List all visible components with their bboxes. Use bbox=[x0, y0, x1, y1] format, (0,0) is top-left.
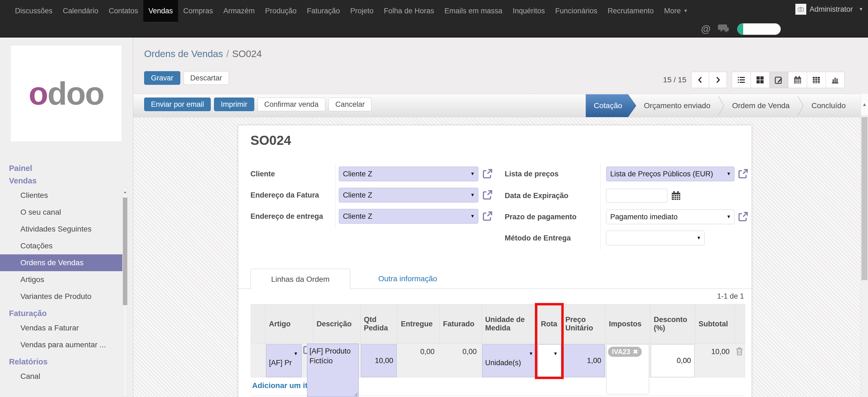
menu-calendario[interactable]: Calendário bbox=[58, 0, 103, 22]
menu-vendas[interactable]: Vendas bbox=[143, 0, 178, 22]
scroll-up-icon[interactable]: ▲ bbox=[861, 94, 868, 116]
open-record-icon[interactable] bbox=[482, 211, 493, 222]
send-email-button[interactable]: Enviar por email bbox=[144, 98, 211, 111]
pill-accent bbox=[737, 23, 743, 35]
menu-more[interactable]: More▼ bbox=[659, 0, 693, 22]
chat-icon[interactable] bbox=[718, 24, 730, 34]
descricao-textarea[interactable]: [AF] Produto Fictício bbox=[307, 344, 359, 397]
user-menu[interactable]: Administrator ▼ bbox=[796, 4, 863, 15]
col-header-entregue[interactable]: Entregue bbox=[397, 304, 439, 343]
descricao-value: [AF] Produto Fictício bbox=[309, 347, 353, 365]
stage-orcamento-enviado[interactable]: Orçamento enviado bbox=[636, 94, 718, 117]
menu-funcionarios[interactable]: Funcionários bbox=[550, 0, 602, 22]
sidebar-heading-vendas[interactable]: Vendas bbox=[0, 174, 122, 187]
sidebar-scrollbar[interactable]: ▲ bbox=[122, 188, 128, 397]
artigo-select[interactable]: [AF] Pr ▼ bbox=[266, 344, 302, 377]
col-header-impostos[interactable]: Impostos bbox=[605, 304, 650, 343]
sidebar-item-vendas-para-aumentar[interactable]: Vendas para aumentar ... bbox=[0, 336, 122, 353]
open-record-icon[interactable] bbox=[482, 190, 493, 200]
form-sheet: SO024 Cliente Cliente Z▼ Endereço da Fat… bbox=[238, 125, 752, 397]
form-view-button[interactable] bbox=[769, 72, 788, 88]
col-header-desconto[interactable]: Desconto (%) bbox=[650, 304, 695, 343]
menu-faturacao[interactable]: Faturação bbox=[302, 0, 345, 22]
desconto-input[interactable]: 0,00 bbox=[651, 344, 694, 377]
sidebar-item-vendas-a-faturar[interactable]: Vendas a Faturar bbox=[0, 320, 122, 336]
prazo-pagamento-select[interactable]: Pagamento imediato▼ bbox=[606, 209, 735, 224]
impostos-editor[interactable]: IVA23✖ bbox=[606, 344, 649, 394]
sidebar-item-artigos[interactable]: Artigos bbox=[0, 271, 122, 288]
calendar-view-button[interactable] bbox=[788, 72, 807, 88]
sidebar-item-cotacoes[interactable]: Cotações bbox=[0, 237, 122, 254]
cliente-select[interactable]: Cliente Z▼ bbox=[339, 167, 478, 181]
sidebar-item-atividades-seguintes[interactable]: Atividades Seguintes bbox=[0, 221, 122, 237]
scroll-up-icon[interactable]: ▲ bbox=[123, 188, 127, 196]
data-expiracao-input[interactable] bbox=[606, 189, 667, 203]
menu-emails-em-massa[interactable]: Emails em massa bbox=[439, 0, 507, 22]
list-view-button[interactable] bbox=[732, 72, 751, 88]
sidebar-scrollbar-thumb[interactable] bbox=[123, 198, 127, 305]
discard-button[interactable]: Descartar bbox=[184, 71, 229, 85]
datepicker-calendar-icon[interactable] bbox=[671, 191, 681, 201]
sidebar-heading-relatorios[interactable]: Relatórios bbox=[0, 356, 122, 368]
stage-concluido[interactable]: Concluído bbox=[804, 94, 853, 117]
remove-tag-icon[interactable]: ✖ bbox=[633, 349, 638, 356]
resize-handle-icon[interactable] bbox=[353, 392, 358, 396]
sidebar-item-canal[interactable]: Canal bbox=[0, 368, 122, 385]
col-header-rota[interactable]: Rota bbox=[537, 304, 562, 343]
rota-select[interactable]: ▼ bbox=[538, 344, 561, 377]
view-switcher bbox=[732, 72, 845, 88]
unidade-select[interactable]: Unidade(s) ▼ bbox=[482, 344, 537, 377]
col-header-preco-unitario[interactable]: Preço Unitário bbox=[562, 304, 605, 343]
metodo-entrega-select[interactable]: ▼ bbox=[606, 231, 705, 245]
col-header-unidade-medida[interactable]: Unidade de Medida bbox=[482, 304, 537, 343]
field-separator bbox=[600, 163, 601, 250]
menu-armazem[interactable]: Armazém bbox=[218, 0, 260, 22]
endereco-entrega-select[interactable]: Cliente Z▼ bbox=[339, 209, 478, 224]
graph-view-button[interactable] bbox=[826, 72, 845, 88]
save-button[interactable]: Gravar bbox=[144, 71, 180, 85]
next-record-button[interactable] bbox=[709, 72, 727, 88]
open-record-icon[interactable] bbox=[482, 169, 493, 179]
breadcrumb-parent-link[interactable]: Ordens de Vendas bbox=[144, 48, 223, 59]
qtd-input[interactable]: 10,00 bbox=[361, 344, 397, 377]
im-search-pill[interactable] bbox=[737, 23, 781, 35]
pivot-view-button[interactable] bbox=[807, 72, 826, 88]
sidebar-item-variantes-de-produto[interactable]: Variantes de Produto bbox=[0, 288, 122, 305]
sidebar-item-clientes[interactable]: Clientes bbox=[0, 187, 122, 204]
menu-compras[interactable]: Compras bbox=[178, 0, 218, 22]
menu-recrutamento[interactable]: Recrutamento bbox=[602, 0, 659, 22]
preco-input[interactable]: 1,00 bbox=[562, 344, 605, 377]
print-button[interactable]: Imprimir bbox=[214, 98, 254, 111]
menu-folha-de-horas[interactable]: Folha de Horas bbox=[379, 0, 439, 22]
stage-ordem-de-venda[interactable]: Ordem de Venda bbox=[724, 94, 797, 117]
open-record-icon[interactable] bbox=[738, 169, 748, 179]
col-header-descricao[interactable]: Descrição bbox=[313, 304, 360, 343]
tab-outra-informacao[interactable]: Outra informação bbox=[378, 269, 437, 289]
sidebar-heading-painel[interactable]: Painel bbox=[0, 162, 122, 174]
mentions-icon[interactable]: @ bbox=[701, 23, 711, 35]
col-header-qtd-pedida[interactable]: Qtd Pedida bbox=[360, 304, 397, 343]
menu-contatos[interactable]: Contatos bbox=[103, 0, 143, 22]
menu-discussoes[interactable]: Discussões bbox=[10, 0, 58, 22]
menu-producao[interactable]: Produção bbox=[260, 0, 302, 22]
previous-record-button[interactable] bbox=[691, 72, 709, 88]
confirm-sale-button[interactable]: Confirmar venda bbox=[257, 98, 326, 111]
sidebar-item-ordens-de-vendas[interactable]: Ordens de Vendas bbox=[0, 254, 122, 271]
tab-linhas-da-ordem[interactable]: Linhas da Ordem bbox=[250, 269, 350, 289]
col-header-faturado[interactable]: Faturado bbox=[439, 304, 482, 343]
col-header-subtotal[interactable]: Subtotal bbox=[695, 304, 735, 343]
open-record-icon[interactable] bbox=[738, 212, 748, 222]
stage-cotacao[interactable]: Cotação bbox=[586, 94, 636, 117]
endereco-fatura-select[interactable]: Cliente Z▼ bbox=[339, 188, 478, 202]
cancel-button[interactable]: Cancelar bbox=[329, 98, 371, 111]
sidebar-item-o-seu-canal[interactable]: O seu canal bbox=[0, 204, 122, 221]
delete-row-trash-icon[interactable] bbox=[736, 347, 743, 356]
window-scrollbar-thumb[interactable] bbox=[862, 117, 867, 280]
menu-inqueritos[interactable]: Inquéritos bbox=[507, 0, 550, 22]
col-header-artigo[interactable]: Artigo bbox=[266, 304, 313, 343]
sidebar-heading-faturacao[interactable]: Faturação bbox=[0, 307, 122, 320]
menu-projeto[interactable]: Projeto bbox=[345, 0, 379, 22]
kanban-view-button[interactable] bbox=[750, 72, 770, 88]
window-scrollbar[interactable]: ▲ bbox=[861, 94, 868, 397]
lista-precos-select[interactable]: Lista de Preços Públicos (EUR)▼ bbox=[606, 167, 735, 181]
